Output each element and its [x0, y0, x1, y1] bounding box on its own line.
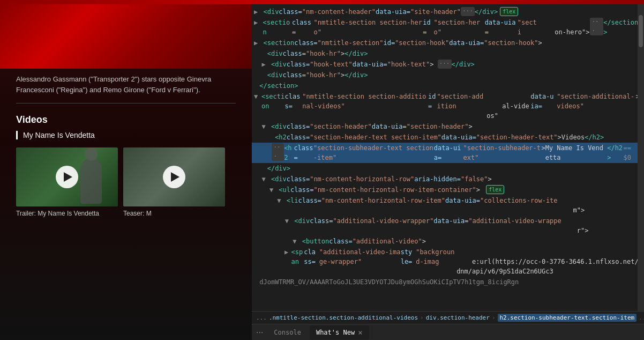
video-thumb-1: Trailer: My Name Is Vendetta — [16, 147, 118, 217]
expand-arrow[interactable]: ▼ — [261, 174, 269, 184]
scrollbar-thumb[interactable] — [639, 15, 643, 47]
expand-arrow[interactable]: ▼ — [293, 236, 300, 246]
tab-close-icon[interactable]: × — [358, 329, 362, 336]
tabs-bar: ··· Console What's New × — [252, 324, 644, 340]
video-thumb-2: Teaser: M — [123, 147, 225, 217]
top-red-bar — [0, 0, 644, 4]
code-line[interactable]: ▼ <section class="nmtitle-section sectio… — [252, 91, 644, 121]
code-line[interactable]: ··· <h2 class="section-subheader-text se… — [252, 143, 644, 163]
code-line[interactable]: ▼ <li class="nm-content-horizontal-row-i… — [252, 195, 644, 216]
expand-arrow[interactable]: ▼ — [285, 216, 293, 226]
code-line[interactable]: ▶ <div class="nm-content-header" data-ui… — [252, 6, 644, 17]
breadcrumb-sep-2: ... — [639, 314, 644, 321]
code-line[interactable]: <h2 class="section-header-text section-i… — [252, 132, 644, 143]
expand-arrow[interactable]: ▶ — [284, 247, 290, 257]
play-icon-2 — [171, 172, 179, 182]
code-line[interactable]: dJomWTRMR_OV/AAAARToGoJL3UE3VDYOTJDu8ymO… — [252, 277, 644, 287]
video-thumb-1-container[interactable] — [16, 147, 118, 206]
description-text: Alessandro Gassmann ("Transporter 2") st… — [16, 74, 236, 95]
expand-arrow[interactable]: ▶ — [254, 18, 261, 27]
tab-dots[interactable]: ··· — [256, 328, 263, 337]
play-button-1[interactable] — [56, 166, 78, 188]
video-subheading: My Name Is Vendetta — [16, 131, 236, 139]
devtools-panel: ▶ <div class="nm-content-header" data-ui… — [252, 4, 644, 340]
play-icon-1 — [64, 172, 72, 182]
content-area: Alessandro Gassmann ("Transporter 2") st… — [16, 74, 236, 217]
code-line[interactable]: ▼ <div class="additional-video-wrapper" … — [252, 216, 644, 236]
scrollbar-track[interactable] — [638, 4, 644, 311]
code-line[interactable]: ▶ <div class="hook-text" data-uia="hook-… — [252, 59, 644, 70]
background-gradient — [0, 4, 252, 69]
video-thumbnails: Trailer: My Name Is Vendetta Teaser: M — [16, 147, 236, 217]
code-line[interactable]: ▼ <button class="additional-video"> — [252, 236, 644, 247]
expand-arrow[interactable]: ▶ — [254, 38, 261, 48]
main-container: Alessandro Gassmann ("Transporter 2") st… — [0, 4, 644, 340]
breadcrumb-bar: ... .nmtitle-section.section-additional-… — [252, 311, 644, 324]
code-line[interactable]: ▶ <span class="additional-video-image-wr… — [252, 247, 644, 277]
breadcrumb-item-0[interactable]: .nmtitle-section.section-additional-vide… — [269, 314, 418, 321]
expand-arrow[interactable]: ▶ — [261, 60, 269, 69]
code-line[interactable]: </div> — [252, 163, 644, 174]
left-panel: Alessandro Gassmann ("Transporter 2") st… — [0, 4, 252, 340]
breadcrumb-dots[interactable]: ... — [256, 314, 267, 321]
divider — [16, 103, 236, 104]
tab-console-label: Console — [274, 329, 301, 336]
code-view[interactable]: ▶ <div class="nm-content-header" data-ui… — [252, 4, 644, 311]
breadcrumb-item-2[interactable]: h2.section-subheader-text.section-item — [498, 314, 637, 322]
tab-console[interactable]: Console — [267, 326, 308, 339]
breadcrumb-item-1[interactable]: div.section-header — [426, 314, 490, 321]
code-line[interactable]: </section> — [252, 80, 644, 91]
video-label-2: Teaser: M — [123, 210, 225, 217]
expand-arrow[interactable]: ▼ — [261, 122, 269, 131]
video-label-1: Trailer: My Name Is Vendetta — [16, 210, 118, 217]
tab-whats-new-label: What's New — [316, 329, 355, 336]
play-button-2[interactable] — [163, 166, 185, 188]
expand-arrow[interactable]: ▼ — [269, 185, 277, 195]
expand-arrow[interactable]: ▼ — [254, 92, 260, 101]
video-thumb-2-container[interactable] — [123, 147, 225, 206]
videos-heading: Videos — [16, 114, 236, 125]
code-line[interactable]: <div class="hook-hr"></div> — [252, 48, 644, 59]
code-line[interactable]: <div class="hook-hr"></div> — [252, 70, 644, 80]
code-line[interactable]: ▼ <ul class="nm-content-horizontal-row-i… — [252, 184, 644, 195]
expand-arrow[interactable]: ▶ — [254, 7, 261, 17]
breadcrumb-sep-1: › — [492, 314, 496, 321]
code-line[interactable]: ▼ <div class="nm-content-horizontal-row"… — [252, 174, 644, 184]
tab-whats-new[interactable]: What's New × — [310, 326, 369, 339]
code-line[interactable]: ▼ <div class="section-header" data-uia="… — [252, 121, 644, 132]
expand-arrow[interactable]: ▼ — [277, 196, 284, 205]
code-line[interactable]: ▶ <section class="nmtitle-section" id="s… — [252, 38, 644, 48]
breadcrumb-sep-0: › — [420, 314, 424, 321]
code-line[interactable]: ▶ <section class="nmtitle-section sectio… — [252, 17, 644, 38]
